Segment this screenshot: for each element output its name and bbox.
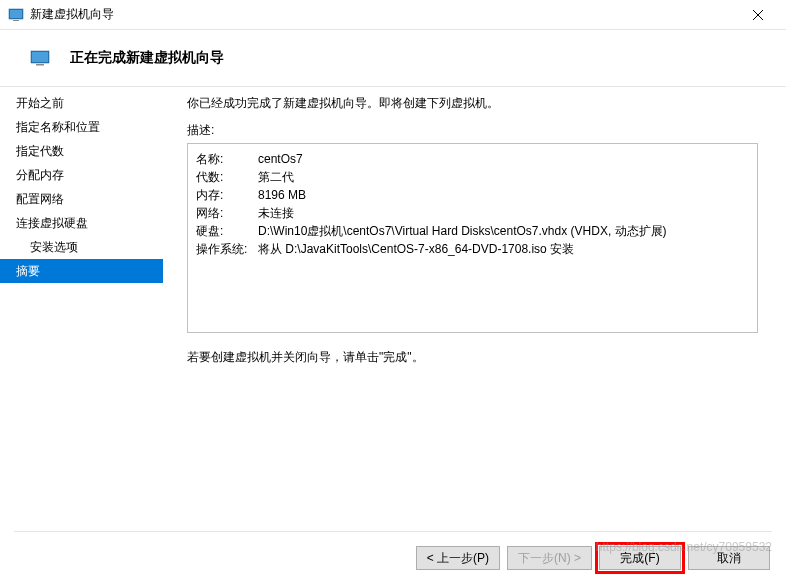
description-box: 名称: centOs7 代数: 第二代 内存: 8196 MB 网络: 未连接 … — [187, 143, 758, 333]
sidebar-item-generation[interactable]: 指定代数 — [0, 139, 163, 163]
intro-text: 你已经成功完成了新建虚拟机向导。即将创建下列虚拟机。 — [187, 95, 758, 112]
desc-row-memory: 内存: 8196 MB — [196, 186, 749, 204]
description-label: 描述: — [187, 122, 758, 139]
cancel-button[interactable]: 取消 — [688, 546, 770, 570]
content-area: 开始之前 指定名称和位置 指定代数 分配内存 配置网络 连接虚拟硬盘 安装选项 … — [0, 87, 786, 521]
app-icon — [8, 7, 24, 23]
sidebar-item-memory[interactable]: 分配内存 — [0, 163, 163, 187]
next-button: 下一步(N) > — [507, 546, 592, 570]
sidebar: 开始之前 指定名称和位置 指定代数 分配内存 配置网络 连接虚拟硬盘 安装选项 … — [0, 87, 163, 521]
desc-key: 名称: — [196, 150, 258, 168]
svg-rect-7 — [36, 64, 44, 66]
window-title: 新建虚拟机向导 — [30, 6, 738, 23]
desc-key: 网络: — [196, 204, 258, 222]
footer-text: 若要创建虚拟机并关闭向导，请单击"完成"。 — [187, 349, 758, 366]
main-panel: 你已经成功完成了新建虚拟机向导。即将创建下列虚拟机。 描述: 名称: centO… — [163, 87, 786, 521]
sidebar-item-vhd[interactable]: 连接虚拟硬盘 — [0, 211, 163, 235]
button-divider — [14, 531, 772, 532]
desc-row-os: 操作系统: 将从 D:\JavaKitTools\CentOS-7-x86_64… — [196, 240, 749, 258]
sidebar-item-before-begin[interactable]: 开始之前 — [0, 91, 163, 115]
wizard-title: 正在完成新建虚拟机向导 — [70, 49, 224, 67]
svg-rect-1 — [10, 10, 22, 18]
desc-val: centOs7 — [258, 150, 749, 168]
wizard-header: 正在完成新建虚拟机向导 — [0, 30, 786, 86]
desc-key: 硬盘: — [196, 222, 258, 240]
sidebar-item-install-options[interactable]: 安装选项 — [0, 235, 163, 259]
desc-val: 8196 MB — [258, 186, 749, 204]
desc-row-network: 网络: 未连接 — [196, 204, 749, 222]
desc-val: 将从 D:\JavaKitTools\CentOS-7-x86_64-DVD-1… — [258, 240, 749, 258]
button-bar: < 上一步(P) 下一步(N) > 完成(F) 取消 — [416, 546, 770, 570]
desc-row-disk: 硬盘: D:\Win10虚拟机\centOs7\Virtual Hard Dis… — [196, 222, 749, 240]
sidebar-item-name-location[interactable]: 指定名称和位置 — [0, 115, 163, 139]
previous-button[interactable]: < 上一步(P) — [416, 546, 500, 570]
svg-rect-6 — [32, 52, 48, 62]
svg-rect-2 — [13, 20, 19, 21]
sidebar-item-network[interactable]: 配置网络 — [0, 187, 163, 211]
desc-val: 第二代 — [258, 168, 749, 186]
desc-key: 代数: — [196, 168, 258, 186]
desc-key: 操作系统: — [196, 240, 258, 258]
desc-val: D:\Win10虚拟机\centOs7\Virtual Hard Disks\c… — [258, 222, 749, 240]
desc-key: 内存: — [196, 186, 258, 204]
finish-button[interactable]: 完成(F) — [599, 546, 681, 570]
desc-row-name: 名称: centOs7 — [196, 150, 749, 168]
titlebar: 新建虚拟机向导 — [0, 0, 786, 30]
desc-val: 未连接 — [258, 204, 749, 222]
wizard-icon — [30, 50, 50, 66]
sidebar-item-summary[interactable]: 摘要 — [0, 259, 163, 283]
close-button[interactable] — [738, 1, 778, 29]
desc-row-generation: 代数: 第二代 — [196, 168, 749, 186]
